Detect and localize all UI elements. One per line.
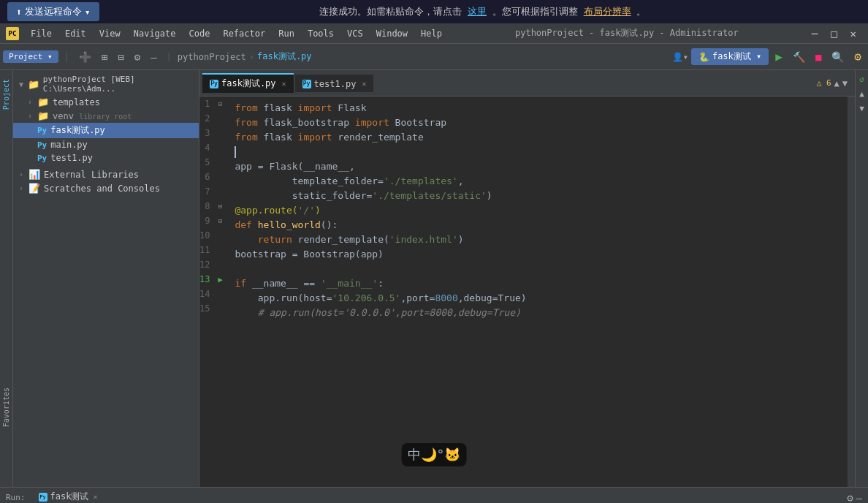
code-line-3: from flask import render_template (235, 130, 848, 145)
run-tab[interactable]: Py fask测试 ✕ (34, 489, 102, 503)
tab-fask[interactable]: Py fask测试.py ✕ (202, 73, 294, 93)
fold-10 (214, 228, 226, 243)
tree-root[interactable]: ▼ 📁 pythonProject [WEB] C:\Users\Adm... (13, 73, 199, 95)
menu-edit[interactable]: Edit (59, 27, 92, 40)
menu-navigate[interactable]: Navigate (128, 27, 182, 40)
send-remote-command-button[interactable]: ⬆ 发送远程命令 ▾ (7, 2, 99, 21)
editor-gutter-warnings: △ 6 ▲ ▼ (817, 78, 852, 88)
code-editor[interactable]: 1 2 3 4 5 6 7 8 9 10 11 12 13 14 15 (199, 97, 855, 487)
project-dropdown[interactable]: Project ▾ (3, 50, 58, 63)
menu-bar: PC File Edit View Navigate Code Refactor… (0, 23, 868, 44)
close-button[interactable]: ✕ (845, 26, 862, 41)
fold-9[interactable]: ⊟ (214, 213, 226, 228)
fold-1[interactable]: ⊟ (214, 97, 226, 111)
code-line-4 (235, 145, 848, 159)
rerun-structure-button[interactable]: ↺ (858, 73, 866, 86)
run-tab-icon: Py (39, 493, 47, 502)
add-file-button[interactable]: ➕ (75, 49, 95, 65)
fask-label: fask测试.py (50, 124, 105, 137)
menu-file[interactable]: File (25, 27, 58, 40)
bottom-tabs-bar: Run: Py fask测试 ✕ ⚙ — (0, 488, 868, 503)
test1-tab-close[interactable]: ✕ (362, 80, 366, 88)
run-tab-close[interactable]: ✕ (93, 493, 97, 501)
editor-tabs: Py fask测试.py ✕ Py test1.py ✕ △ 6 ▲ ▼ (199, 70, 855, 97)
fold-14 (214, 287, 226, 301)
code-line-2: from flask_bootstrap import Bootstrap (235, 116, 848, 130)
templates-label: templates (53, 97, 100, 107)
menu-tools[interactable]: Tools (302, 27, 340, 40)
code-line-6: template_folder='./templates', (235, 174, 848, 189)
menu-view[interactable]: View (94, 27, 126, 40)
scratches-icon: 📝 (28, 183, 40, 194)
top-bar: ⬆ 发送远程命令 ▾ 连接成功。如需粘贴命令，请点击 这里 。您可根据指引调整 … (0, 0, 868, 23)
tree-venv[interactable]: › 📁 venv library root (13, 109, 199, 123)
expand-all-button[interactable]: ⊞ (98, 49, 111, 65)
fold-down-icon[interactable]: ▼ (842, 78, 848, 88)
toolbar-sep2: | (167, 52, 172, 62)
fold-13[interactable]: ▶ (214, 272, 226, 287)
here-link[interactable]: 这里 (468, 6, 487, 17)
search-everywhere-button[interactable]: 🔍 (828, 49, 848, 65)
resolution-link[interactable]: 布局分辨率 (584, 6, 631, 17)
breadcrumb-file[interactable]: fask测试.py (257, 50, 312, 63)
tree-templates[interactable]: › 📁 templates (13, 95, 199, 109)
menu-run[interactable]: Run (273, 27, 300, 40)
scratches-label: Scratches and Consoles (44, 184, 160, 194)
favorites-tab[interactable]: Favorites (2, 387, 10, 427)
stop-button[interactable]: ■ (812, 49, 825, 65)
menu-help[interactable]: Help (415, 27, 448, 40)
settings-button[interactable]: ⚙ (131, 49, 144, 65)
toolbar-row: Project ▾ | ➕ ⊞ ⊟ ⚙ — | pythonProject › … (0, 44, 868, 70)
main-py-icon: Py (37, 140, 47, 150)
extlibs-icon: 📊 (28, 169, 40, 180)
fold-15 (214, 301, 226, 316)
tree-main-py[interactable]: Py main.py (13, 138, 199, 151)
fold-up-icon[interactable]: ▲ (834, 78, 840, 88)
menu-code[interactable]: Code (183, 27, 216, 40)
connection-notice: 连接成功。如需粘贴命令，请点击 这里 。您可根据指引调整 布局分辨率 。 (105, 5, 861, 18)
app-logo: PC (6, 27, 19, 40)
run-tab-label: fask测试 (50, 491, 89, 503)
toolbar-right: 👤▾ 🐍 fask测试 ▾ ▶ 🔨 ■ 🔍 ⚙ (672, 48, 865, 66)
code-line-7: static_folder='./templates/static') (235, 189, 848, 203)
menu-refactor[interactable]: Refactor (217, 27, 271, 40)
collapse-all-button[interactable]: ⊟ (114, 49, 127, 65)
favorites-panel: Favorites (0, 385, 13, 430)
fask-tab-icon: Py (210, 80, 218, 88)
expand-venv-icon: › (28, 112, 35, 120)
breadcrumb-project[interactable]: pythonProject (178, 52, 246, 62)
menu-vcs[interactable]: VCS (341, 27, 369, 40)
scroll-up-button[interactable]: ▲ (858, 88, 866, 100)
fold-3 (214, 126, 226, 140)
bottom-close-button[interactable]: — (856, 492, 862, 504)
fask-tab-label: fask测试.py (221, 77, 276, 90)
code-line-8: @app.route('/') (235, 203, 848, 218)
tree-fask-py[interactable]: Py fask测试.py (13, 123, 199, 138)
maximize-button[interactable]: □ (825, 26, 842, 41)
settings-main-button[interactable]: ⚙ (850, 48, 865, 66)
code-content[interactable]: from flask import Flask from flask_boots… (226, 97, 848, 487)
tree-external-libs[interactable]: › 📊 External Libraries (13, 167, 199, 181)
run-button[interactable]: ▶ (772, 48, 786, 66)
bottom-panel-actions: ⚙ — (847, 492, 862, 504)
run-dropdown-button[interactable]: 🐍 fask测试 ▾ (691, 48, 769, 65)
main-label: main.py (50, 140, 88, 150)
project-panel-tab[interactable]: Project (1, 76, 12, 113)
fask-tab-close[interactable]: ✕ (282, 80, 286, 88)
code-line-10: return render_template('index.html') (235, 232, 848, 247)
scroll-down-button[interactable]: ▼ (858, 102, 866, 115)
fold-5 (214, 155, 226, 170)
code-line-9: def hello_world(): (235, 218, 848, 232)
close-panel-button[interactable]: — (147, 49, 160, 65)
user-icon: 👤▾ (672, 52, 688, 62)
expand-scratches-icon: › (19, 184, 26, 192)
bottom-settings-button[interactable]: ⚙ (847, 492, 853, 504)
fold-8[interactable]: ⊟ (214, 199, 226, 213)
build-button[interactable]: 🔨 (789, 49, 809, 65)
editor-scrollbar[interactable] (848, 97, 855, 487)
tab-test1[interactable]: Py test1.py ✕ (295, 75, 374, 92)
tree-test1-py[interactable]: Py test1.py (13, 151, 199, 164)
menu-window[interactable]: Window (370, 27, 414, 40)
tree-scratches[interactable]: › 📝 Scratches and Consoles (13, 181, 199, 195)
minimize-button[interactable]: ─ (806, 26, 823, 41)
